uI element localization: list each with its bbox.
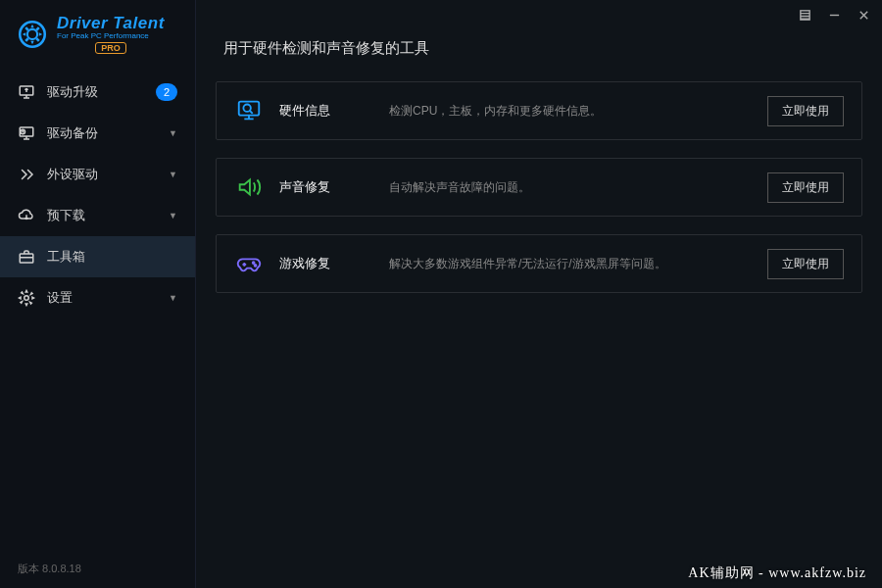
monitor-up-icon	[18, 83, 35, 101]
page-title: 用于硬件检测和声音修复的工具	[196, 0, 882, 81]
chevron-down-icon: ▼	[169, 211, 177, 220]
svg-point-1	[27, 28, 37, 38]
watermark: AK辅助网 - www.akfzw.biz	[688, 564, 866, 582]
sidebar-item-driver-upgrade[interactable]: 驱动升级 2	[0, 72, 195, 113]
brand-subtitle: For Peak PC Performance	[57, 31, 165, 40]
logo-area: Driver Talent For Peak PC Performance PR…	[0, 0, 195, 72]
tool-card-sound-repair: 声音修复 自动解决声音故障的问题。 立即使用	[216, 158, 862, 217]
chevron-down-icon: ▼	[169, 128, 177, 138]
sidebar-item-label: 外设驱动	[47, 166, 98, 183]
main-content: 用于硬件检测和声音修复的工具 硬件信息 检测CPU，主板，内存和更多硬件信息。 …	[196, 0, 882, 588]
titlebar-actions	[798, 8, 870, 22]
svg-point-6	[24, 296, 29, 301]
minimize-button[interactable]	[827, 8, 841, 22]
sidebar-item-predownload[interactable]: 预下载 ▼	[0, 195, 195, 236]
tool-card-hardware-info: 硬件信息 检测CPU，主板，内存和更多硬件信息。 立即使用	[216, 81, 862, 140]
tool-name: 硬件信息	[279, 102, 373, 120]
sidebar-item-label: 设置	[47, 289, 73, 307]
svg-point-11	[253, 262, 255, 264]
toolbox-icon	[18, 248, 35, 266]
use-now-button[interactable]: 立即使用	[767, 172, 844, 203]
sidebar-item-settings[interactable]: 设置 ▼	[0, 277, 195, 318]
update-count-badge: 2	[156, 83, 177, 101]
brand-pro-badge: PRO	[95, 42, 126, 54]
tool-desc: 自动解决声音故障的问题。	[389, 179, 752, 196]
close-button[interactable]	[857, 8, 870, 22]
version-label: 版本 8.0.8.18	[0, 550, 195, 588]
tool-desc: 检测CPU，主板，内存和更多硬件信息。	[389, 103, 752, 120]
sidebar-item-label: 驱动备份	[47, 124, 98, 142]
usb-icon	[18, 166, 35, 183]
tool-name: 游戏修复	[279, 255, 373, 272]
sidebar: Driver Talent For Peak PC Performance PR…	[0, 0, 196, 588]
use-now-button[interactable]: 立即使用	[767, 249, 844, 279]
sidebar-item-peripherals[interactable]: 外设驱动 ▼	[0, 154, 195, 195]
tool-card-game-repair: 游戏修复 解决大多数游戏组件异常/无法运行/游戏黑屏等问题。 立即使用	[216, 234, 862, 293]
svg-point-10	[243, 104, 250, 111]
chevron-down-icon: ▼	[169, 170, 177, 179]
use-now-button[interactable]: 立即使用	[767, 96, 844, 126]
menu-icon[interactable]	[798, 8, 811, 22]
tool-name: 声音修复	[279, 178, 373, 196]
svg-rect-3	[20, 127, 33, 136]
svg-point-12	[255, 265, 257, 267]
logo-gear-icon	[16, 18, 49, 51]
sidebar-item-toolbox[interactable]: 工具箱	[0, 236, 195, 277]
sidebar-item-label: 工具箱	[47, 248, 85, 266]
chevron-down-icon: ▼	[169, 293, 177, 303]
nav: 驱动升级 2 驱动备份 ▼ 外设驱动 ▼	[0, 72, 195, 318]
clock-monitor-icon	[18, 124, 35, 142]
tool-desc: 解决大多数游戏组件异常/无法运行/游戏黑屏等问题。	[389, 256, 752, 272]
sidebar-item-driver-backup[interactable]: 驱动备份 ▼	[0, 113, 195, 154]
gear-icon	[18, 289, 35, 307]
game-repair-icon	[234, 249, 264, 278]
brand-title: Driver Talent	[57, 14, 165, 33]
sidebar-item-label: 预下载	[47, 207, 85, 224]
sidebar-item-label: 驱动升级	[47, 83, 98, 101]
hardware-info-icon	[234, 96, 264, 125]
logo-text: Driver Talent For Peak PC Performance PR…	[57, 14, 165, 54]
sound-repair-icon	[234, 172, 264, 202]
svg-rect-9	[239, 102, 260, 116]
cloud-download-icon	[18, 207, 35, 224]
